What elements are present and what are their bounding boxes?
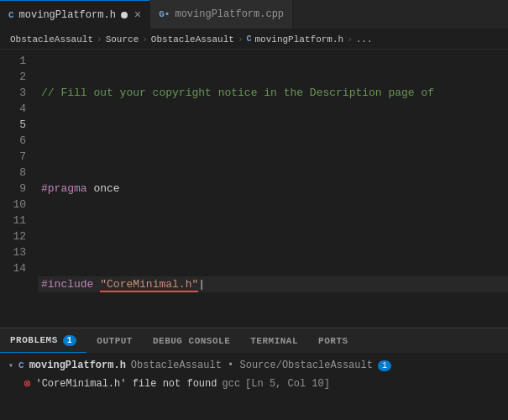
tab-movingplatform-h[interactable]: C movingPlatform.h × bbox=[0, 0, 150, 29]
tab-c-icon: C bbox=[8, 10, 14, 20]
panel-tab-ports-label: PORTS bbox=[318, 336, 348, 346]
panel-file-c-icon: C bbox=[18, 360, 24, 370]
breadcrumb-item-1[interactable]: ObstacleAssault bbox=[10, 34, 93, 45]
breadcrumb-sep-1: › bbox=[97, 34, 102, 45]
error-circle-icon: ⊗ bbox=[24, 376, 30, 391]
breadcrumb-file[interactable]: movingPlatform.h bbox=[255, 34, 344, 45]
error-message: 'CoreMinimal.h' file not found bbox=[35, 378, 217, 390]
problems-badge: 1 bbox=[63, 335, 77, 346]
breadcrumb-item-3[interactable]: ObstacleAssault bbox=[151, 34, 234, 45]
code-line-5: #include "CoreMinimal.h"| bbox=[38, 276, 508, 292]
breadcrumb-c-icon: C bbox=[247, 34, 252, 44]
tab-close-button[interactable]: × bbox=[134, 9, 141, 21]
panel-content: ▾ C movingPlatform.h ObstacleAssault • S… bbox=[0, 354, 508, 420]
breadcrumb-sep-4: › bbox=[347, 34, 353, 45]
code-line-4 bbox=[38, 228, 508, 244]
error-location: [Ln 5, Col 10] bbox=[245, 378, 330, 390]
panel-file-badge: 1 bbox=[378, 360, 391, 371]
chevron-down-icon: ▾ bbox=[8, 360, 13, 370]
panel-tab-problems[interactable]: PROBLEMS 1 bbox=[0, 328, 86, 353]
include-kw-1: #include bbox=[41, 278, 93, 291]
panel-tab-output-label: OUTPUT bbox=[97, 336, 133, 346]
tab-movingplatform-cpp[interactable]: G• movingPlatform.cpp bbox=[150, 0, 293, 29]
panel-tab-terminal[interactable]: TERMINAL bbox=[240, 328, 308, 353]
panel-tab-output[interactable]: OUTPUT bbox=[86, 328, 143, 353]
error-source: gcc bbox=[222, 378, 240, 390]
code-line-2 bbox=[38, 133, 508, 149]
panel-error-row[interactable]: ⊗ 'CoreMinimal.h' file not found gcc [Ln… bbox=[0, 374, 508, 393]
pragma-once: once bbox=[87, 182, 120, 195]
code-content[interactable]: // Fill out your copyright notice in the… bbox=[38, 50, 508, 328]
comment-1: // Fill out your copyright notice in the… bbox=[41, 87, 434, 99]
panel-file-location: ObstacleAssault • Source/ObstacleAssault bbox=[131, 360, 373, 371]
panel-tab-debug[interactable]: DEBUG CONSOLE bbox=[143, 328, 240, 353]
code-line-3: #pragma once bbox=[38, 181, 508, 197]
panel: PROBLEMS 1 OUTPUT DEBUG CONSOLE TERMINAL… bbox=[0, 328, 508, 420]
breadcrumb-sep-3: › bbox=[238, 34, 244, 45]
panel-file-row[interactable]: ▾ C movingPlatform.h ObstacleAssault • S… bbox=[0, 357, 508, 374]
include-path-1: "CoreMinimal.h" bbox=[100, 278, 198, 292]
pragma-kw: #pragma bbox=[41, 182, 87, 195]
panel-tab-ports[interactable]: PORTS bbox=[308, 328, 359, 353]
code-line-1: // Fill out your copyright notice in the… bbox=[38, 85, 508, 101]
line-numbers: 1 2 3 4 5 6 7 8 9 10 11 12 13 14 bbox=[0, 50, 38, 328]
breadcrumb-sep-2: › bbox=[142, 34, 148, 45]
tab-label: movingPlatform.h bbox=[19, 9, 116, 21]
breadcrumb-item-2[interactable]: Source bbox=[106, 34, 139, 45]
panel-tabs: PROBLEMS 1 OUTPUT DEBUG CONSOLE TERMINAL… bbox=[0, 328, 508, 354]
panel-file-name: movingPlatform.h bbox=[29, 360, 126, 371]
panel-tab-debug-label: DEBUG CONSOLE bbox=[153, 336, 230, 346]
tab-g-icon: G• bbox=[159, 9, 170, 19]
editor: 1 2 3 4 5 6 7 8 9 10 11 12 13 14 // Fill… bbox=[0, 50, 508, 328]
breadcrumb: ObstacleAssault › Source › ObstacleAssau… bbox=[0, 29, 508, 50]
tab-modified-dot bbox=[121, 12, 128, 18]
panel-tab-problems-label: PROBLEMS bbox=[10, 335, 58, 345]
breadcrumb-more[interactable]: ... bbox=[356, 34, 373, 45]
tab-cpp-label: movingPlatform.cpp bbox=[175, 8, 284, 20]
panel-tab-terminal-label: TERMINAL bbox=[250, 336, 298, 346]
tab-bar: C movingPlatform.h × G• movingPlatform.c… bbox=[0, 0, 508, 29]
